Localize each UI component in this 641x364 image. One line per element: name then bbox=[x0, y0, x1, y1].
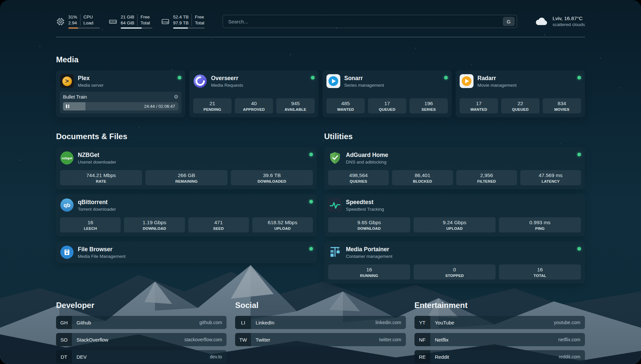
bookmark-url: linkedin.com bbox=[376, 320, 401, 325]
stat-box: 744.21 MbpsRATE bbox=[60, 170, 142, 185]
adguard-icon bbox=[328, 151, 342, 165]
bookmark-url: twitter.com bbox=[379, 337, 401, 342]
stat-box: 945AVAILABLE bbox=[276, 98, 315, 113]
weather-condition: scattered clouds bbox=[553, 22, 585, 28]
service-subtitle: Media File Management bbox=[78, 254, 126, 259]
cpu-values: 31% 2.94 bbox=[68, 14, 77, 26]
bookmark-linkedin[interactable]: LI LinkedIn linkedin.com bbox=[235, 316, 406, 329]
bookmark-twitter[interactable]: TW Twitter twitter.com bbox=[235, 333, 406, 346]
service-link-overseerr[interactable]: Overseerr Media Requests bbox=[193, 74, 315, 88]
stat-box: 618.52 MbpsUPLOAD bbox=[252, 217, 313, 232]
bookmark-stackoverflow[interactable]: SO StackOverflow stackoverflow.com bbox=[56, 333, 227, 346]
service-name: AdGuard Home bbox=[346, 152, 388, 159]
dashboard-screen: 31% 2.94 CPU Load bbox=[0, 0, 641, 364]
status-dot bbox=[577, 76, 581, 79]
service-stats: 485WANTED 17QUEUED 196SERIES bbox=[326, 98, 448, 113]
bookmark-url: stackoverflow.com bbox=[184, 337, 222, 342]
bookmark-name: Github bbox=[76, 320, 91, 325]
service-subtitle: Container management bbox=[346, 254, 392, 259]
service-name: NZBGet bbox=[78, 152, 116, 159]
stat-box: 266 GBREMAINING bbox=[145, 170, 228, 185]
service-name: Plex bbox=[78, 75, 104, 82]
stat-box: 0STOPPED bbox=[413, 264, 496, 280]
playback-progress-bar: 24:44 / 02:06:47 bbox=[63, 102, 178, 110]
service-link-sonarr[interactable]: Sonarr Series management bbox=[326, 74, 448, 88]
service-subtitle: Usenet downloader bbox=[78, 160, 116, 165]
bookmark-youtube[interactable]: YT YouTube youtube.com bbox=[414, 316, 585, 329]
service-link-speedtest[interactable]: Speedtest Speedtest Tracking bbox=[328, 198, 581, 212]
status-dot bbox=[577, 247, 581, 251]
gear-icon[interactable]: ⚙ bbox=[174, 94, 178, 100]
weather-location: Lviv, 16.87°C bbox=[553, 15, 585, 22]
bookmark-abbr: NF bbox=[414, 333, 430, 346]
bookmark-name: StackOverflow bbox=[76, 337, 108, 343]
bookmark-url: youtube.com bbox=[554, 320, 580, 325]
cpu-percent: 31% bbox=[68, 14, 77, 20]
service-card-portainer: Media Portainer Container management 16R… bbox=[324, 241, 585, 284]
bookmark-abbr: GH bbox=[56, 316, 72, 329]
cloud-icon bbox=[535, 16, 549, 26]
service-subtitle: Media server bbox=[78, 83, 104, 88]
service-card-sonarr: Sonarr Series management 485WANTED 17QUE… bbox=[322, 70, 452, 117]
bookmark-dev[interactable]: DT DEV dev.to bbox=[56, 350, 227, 363]
service-card-nzbget: nzbget NZBGet Usenet downloader 744.21 M… bbox=[56, 147, 317, 189]
stat-box: 40APPROVED bbox=[235, 98, 273, 113]
memory-labels: Free Total bbox=[140, 14, 150, 26]
bookmark-name: LinkedIn bbox=[256, 320, 274, 325]
memory-total-value: 64 GiB bbox=[121, 20, 134, 26]
disk-icon bbox=[161, 17, 170, 26]
section-documents: Documents & Files nzbget NZBGet bbox=[56, 132, 317, 284]
stat-box: 17QUEUED bbox=[368, 98, 406, 113]
service-link-adguard[interactable]: AdGuard Home DNS and adblocking bbox=[328, 151, 581, 165]
stat-box: 1.19 GbpsDOWNLOAD bbox=[124, 217, 185, 232]
cpu-label: CPU bbox=[83, 14, 93, 20]
bookmark-group-developer: Developer GH Github github.com SO StackO… bbox=[56, 301, 227, 363]
status-dot bbox=[444, 76, 448, 79]
bookmark-name: Twitter bbox=[256, 337, 270, 343]
disk-free-label: Free bbox=[195, 14, 204, 20]
stat-box: 0.993 msPING bbox=[499, 217, 581, 232]
qbittorrent-icon: qb bbox=[60, 198, 74, 212]
service-stats: 16LEECH 1.19 GbpsDOWNLOAD 471SEED 618.52… bbox=[60, 217, 313, 232]
search-provider-button[interactable]: G bbox=[503, 17, 515, 26]
service-link-radarr[interactable]: Radarr Movie management bbox=[460, 74, 581, 88]
status-dot bbox=[577, 153, 581, 156]
speedtest-icon bbox=[328, 198, 342, 212]
bookmark-reddit[interactable]: RE Reddit reddit.com bbox=[414, 350, 585, 363]
status-dot bbox=[309, 247, 313, 251]
bookmark-github[interactable]: GH Github github.com bbox=[56, 316, 227, 329]
svg-text:nzbget: nzbget bbox=[62, 156, 73, 160]
search-input[interactable] bbox=[228, 18, 503, 25]
bookmark-name: DEV bbox=[76, 354, 87, 360]
pause-icon[interactable] bbox=[66, 105, 69, 108]
bookmark-netflix[interactable]: NF Netflix netflix.com bbox=[414, 333, 585, 346]
playback-time: 24:44 / 02:06:47 bbox=[144, 104, 178, 109]
service-stats: 9.65 GbpsDOWNLOAD 9.24 GbpsUPLOAD 0.993 … bbox=[328, 217, 581, 232]
service-link-filebrowser[interactable]: File Browser Media File Management bbox=[60, 245, 313, 259]
service-link-nzbget[interactable]: nzbget NZBGet Usenet downloader bbox=[60, 151, 313, 165]
service-name: Sonarr bbox=[344, 75, 384, 82]
service-stats: 744.21 MbpsRATE 266 GBREMAINING 39.6 TBD… bbox=[60, 170, 313, 185]
memory-values: 21 GiB 64 GiB bbox=[121, 14, 134, 26]
cpu-widget: 31% 2.94 CPU Load bbox=[56, 14, 100, 29]
radarr-icon bbox=[460, 74, 473, 88]
service-stats: 16RUNNING 0STOPPED 16TOTAL bbox=[328, 264, 581, 280]
service-name: qBittorrent bbox=[78, 199, 116, 206]
top-bar: 31% 2.94 CPU Load bbox=[56, 11, 585, 32]
section-utilities: Utilities bbox=[324, 132, 585, 284]
section-title-documents: Documents & Files bbox=[56, 132, 317, 141]
stat-box: 196SERIES bbox=[410, 98, 448, 113]
memory-widget: 21 GiB 64 GiB Free Total bbox=[108, 14, 152, 29]
status-dot bbox=[309, 153, 313, 156]
stat-box: 9.65 GbpsDOWNLOAD bbox=[328, 217, 410, 232]
status-dot bbox=[178, 76, 181, 79]
divider bbox=[192, 14, 192, 26]
service-link-plex[interactable]: > Plex Media server bbox=[60, 74, 181, 88]
stat-box: 2,956FILTERED bbox=[456, 170, 517, 185]
bookmark-url: github.com bbox=[199, 320, 222, 325]
service-card-qbittorrent: qb qBittorrent Torrent downloader 16LEEC… bbox=[56, 194, 317, 236]
service-subtitle: Media Requests bbox=[211, 83, 243, 88]
service-link-qbittorrent[interactable]: qb qBittorrent Torrent downloader bbox=[60, 198, 313, 212]
service-link-portainer[interactable]: Media Portainer Container management bbox=[328, 245, 581, 259]
stars-background bbox=[0, 0, 1, 1]
